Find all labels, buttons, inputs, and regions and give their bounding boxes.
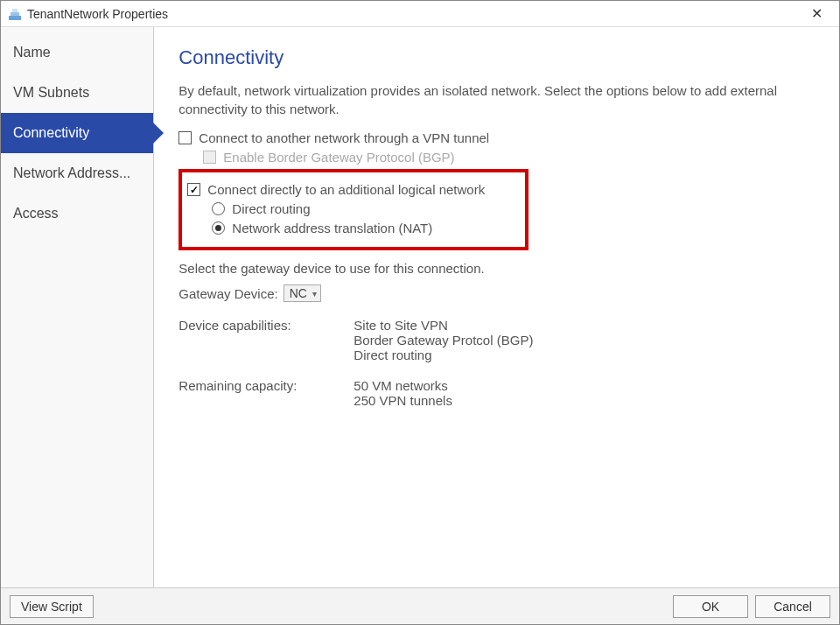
svg-rect-1 [10,12,19,16]
button-label: OK [702,600,719,614]
remaining-capacity-label: Remaining capacity: [178,378,354,408]
remaining-capacity-values: 50 VM networks 250 VPN tunnels [354,378,815,408]
option-connect-direct[interactable]: Connect directly to an additional logica… [187,182,516,197]
capability-value: Site to Site VPN [354,318,815,333]
gateway-label: Gateway Device: [178,286,277,301]
capacity-value: 50 VM networks [354,378,815,393]
sidebar-item-name[interactable]: Name [1,32,153,73]
button-label: View Script [21,600,82,614]
sidebar-item-access[interactable]: Access [1,193,153,234]
ok-button[interactable]: OK [673,595,748,618]
capacity-value: 250 VPN tunnels [354,393,815,408]
option-label: Direct routing [232,201,310,216]
option-label: Network address translation (NAT) [232,221,432,235]
radio-direct-routing[interactable] [212,202,225,215]
dialog-body: Name VM Subnets Connectivity Network Add… [1,27,839,587]
capability-value: Border Gateway Protcol (BGP) [354,333,815,348]
close-button[interactable]: ✕ [799,2,834,26]
view-script-button[interactable]: View Script [10,595,94,618]
radio-nat[interactable] [212,221,225,235]
checkbox-connect-direct[interactable] [187,183,200,196]
option-nat[interactable]: Network address translation (NAT) [212,221,516,235]
checkbox-vpn-tunnel[interactable] [178,131,192,144]
sidebar-item-label: Name [13,45,51,60]
option-label: Connect to another network through a VPN… [199,130,489,145]
device-capabilities-values: Site to Site VPN Border Gateway Protcol … [354,318,815,362]
button-label: Cancel [774,600,812,614]
option-vpn-tunnel[interactable]: Connect to another network through a VPN… [178,130,815,145]
page-title: Connectivity [178,46,815,69]
svg-rect-0 [9,16,21,20]
titlebar: TenantNetwork Properties ✕ [1,1,839,27]
close-icon: ✕ [811,5,822,22]
option-label: Enable Border Gateway Protocol (BGP) [223,150,454,165]
option-direct-routing[interactable]: Direct routing [212,201,516,216]
capability-value: Direct routing [354,348,815,362]
checkbox-enable-bgp [203,151,216,164]
cancel-button[interactable]: Cancel [755,595,830,618]
dialog-footer: View Script OK Cancel [1,587,839,624]
dialog-window: TenantNetwork Properties ✕ Name VM Subne… [0,0,840,625]
gateway-prompt: Select the gateway device to use for thi… [178,259,815,277]
app-icon [8,7,22,21]
highlight-annotation: Connect directly to an additional logica… [178,169,528,250]
sidebar-item-label: Connectivity [13,125,89,140]
chevron-down-icon: ▾ [312,289,317,298]
page-description: By default, network virtualization provi… [178,81,815,118]
sidebar-item-vm-subnets[interactable]: VM Subnets [1,73,153,113]
sidebar-item-label: Network Address... [13,165,130,180]
option-enable-bgp: Enable Border Gateway Protocol (BGP) [203,150,815,165]
svg-rect-2 [12,9,18,12]
sidebar-item-network-address[interactable]: Network Address... [1,153,153,193]
gateway-row: Gateway Device: NC ▾ [178,284,815,302]
sidebar-item-connectivity[interactable]: Connectivity [1,113,153,153]
gateway-device-value: NC [290,286,307,300]
sidebar: Name VM Subnets Connectivity Network Add… [1,27,154,587]
sidebar-item-label: VM Subnets [13,85,89,100]
gateway-device-select[interactable]: NC ▾ [284,284,321,302]
option-label: Connect directly to an additional logica… [207,182,485,197]
sidebar-item-label: Access [13,206,59,221]
main-panel: Connectivity By default, network virtual… [154,27,839,587]
window-title: TenantNetwork Properties [27,7,799,21]
capabilities-table: Device capabilities: Site to Site VPN Bo… [178,318,815,408]
device-capabilities-label: Device capabilities: [178,318,354,362]
